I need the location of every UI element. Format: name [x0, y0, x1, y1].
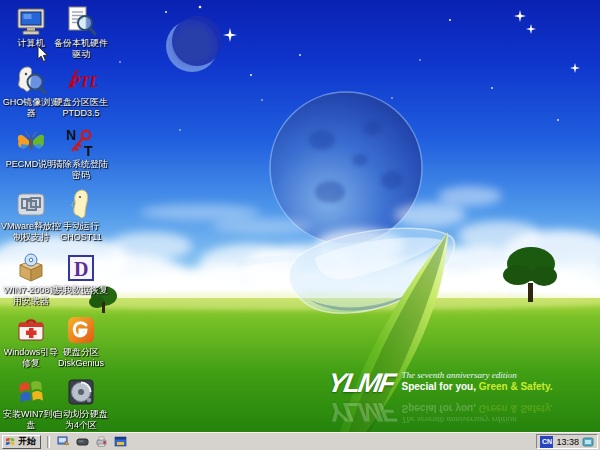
system-tray: CN 13:38 — [536, 434, 598, 449]
desktop-icon-diskgenius[interactable]: 硬盘分区 DiskGenius — [49, 314, 113, 369]
wallpaper-logo-reflection: YLMF The seventh anniversary edition Spe… — [328, 399, 552, 425]
tagline-slogan: Special for you, Green & Safety. — [402, 381, 553, 392]
icon-label: 自动划分硬盘 为4个区 — [54, 409, 108, 431]
gho-image-browser-icon — [15, 64, 47, 96]
taskbar-clock[interactable]: 13:38 — [556, 437, 579, 447]
storage-device-icon[interactable] — [75, 434, 90, 449]
ptdd-icon: PTD — [65, 64, 97, 96]
svg-text:T: T — [84, 143, 93, 158]
mouse-cursor — [37, 45, 49, 67]
pecmd-butterfly-icon — [15, 126, 47, 158]
backup-drivers-icon — [65, 5, 97, 37]
computer-icon — [15, 5, 47, 37]
hard-disk-icon — [65, 376, 97, 408]
icon-label: 备份本机硬件 驱动 — [54, 38, 108, 60]
desktop-icon-clear-password[interactable]: N T 清除系统登陆 密码 — [49, 126, 113, 181]
desktop-icon-auto-partition[interactable]: 自动划分硬盘 为4个区 — [49, 376, 113, 431]
icon-label: 易我数据恢复 — [54, 285, 108, 296]
desktop-icon-ptdd[interactable]: PTD 硬盘分区医生 PTDD3.5 — [49, 64, 113, 119]
taskbar: 开始 CN 13:38 — [0, 432, 600, 450]
icon-label: 硬盘分区医生 PTDD3.5 — [54, 97, 108, 119]
vmware-icon — [15, 188, 47, 220]
svg-text:D: D — [74, 258, 88, 280]
ghost-icon — [65, 188, 97, 220]
first-aid-kit-icon — [15, 314, 47, 346]
windows-flag-icon — [15, 376, 47, 408]
windows-flag-icon — [5, 436, 16, 447]
tagline-edition: The seventh anniversary edition — [402, 370, 553, 380]
quicklaunch-divider — [47, 436, 50, 448]
icon-label: 清除系统登陆 密码 — [54, 159, 108, 181]
start-button-label: 开始 — [18, 435, 36, 448]
desktop-icon-run-ghost[interactable]: 手动运行 GHOST11 — [49, 188, 113, 243]
wallpaper-logo: YLMF The seventh anniversary edition Spe… — [328, 370, 552, 396]
installer-window-icon[interactable] — [113, 434, 128, 449]
start-button[interactable]: 开始 — [2, 435, 41, 449]
desktop-icon-backup-drivers[interactable]: 备份本机硬件 驱动 — [49, 5, 113, 60]
icon-label: 手动运行 GHOST11 — [60, 221, 101, 243]
svg-text:PTD: PTD — [69, 73, 97, 90]
display-tray-icon[interactable] — [582, 436, 594, 448]
easeus-d-icon: D — [65, 252, 97, 284]
show-desktop-icon[interactable] — [56, 434, 71, 449]
diskgenius-g-icon — [65, 314, 97, 346]
installer-box-icon — [15, 252, 47, 284]
desktop: YLMF The seventh anniversary edition Spe… — [0, 0, 600, 450]
ylmf-brand: YLMF — [326, 370, 396, 396]
svg-text:N: N — [66, 127, 76, 143]
desktop-icon-easeus-recovery[interactable]: D 易我数据恢复 — [49, 252, 113, 296]
print-tool-icon[interactable] — [94, 434, 109, 449]
nt-key-icon: N T — [65, 126, 97, 158]
icon-label: 硬盘分区 DiskGenius — [58, 347, 104, 369]
language-badge[interactable]: CN — [540, 436, 553, 448]
